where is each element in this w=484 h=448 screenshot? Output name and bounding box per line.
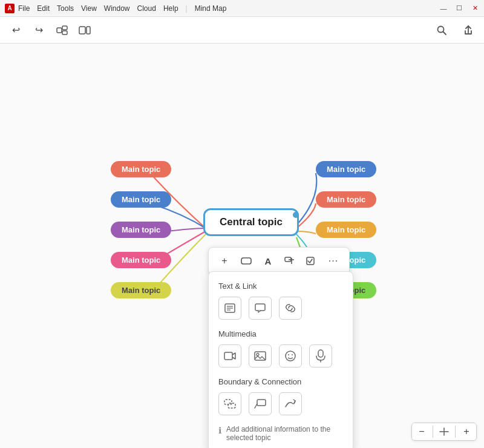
boundary-icon: [223, 398, 237, 409]
svg-rect-0: [57, 28, 62, 33]
central-topic[interactable]: Central topic: [203, 208, 299, 236]
callout-icon: [253, 398, 267, 409]
main-topic-left-3[interactable]: Main topic: [111, 222, 171, 238]
audio-icon: [315, 349, 326, 363]
search-icon: [436, 25, 447, 36]
fit1-button[interactable]: [53, 22, 70, 39]
section-text-link-title: Text & Link: [218, 282, 343, 291]
emoji-icon: [284, 350, 296, 362]
canvas-area: Main topic Main topic Main topic Main to…: [0, 44, 484, 448]
undo-button[interactable]: ↩: [7, 22, 24, 39]
connection-icon: [284, 398, 297, 409]
dropdown-info: ℹ Add additional information to the sele…: [218, 425, 343, 442]
info-icon: ℹ: [218, 426, 221, 435]
svg-point-21: [286, 351, 295, 361]
title-bar: A File Edit Tools View Window Cloud Help…: [0, 0, 484, 17]
svg-rect-26: [224, 400, 232, 404]
popup-shape-button[interactable]: [237, 251, 256, 271]
callout-button[interactable]: [249, 392, 272, 415]
maximize-button[interactable]: ☐: [455, 4, 463, 13]
search-button[interactable]: [433, 22, 450, 39]
menu-edit[interactable]: Edit: [37, 4, 50, 13]
link-button[interactable]: [279, 297, 302, 320]
svg-rect-2: [62, 31, 67, 35]
comment-icon: [254, 303, 266, 314]
zoom-separator: [433, 426, 433, 438]
svg-rect-28: [257, 400, 266, 406]
svg-point-20: [257, 354, 259, 356]
svg-rect-4: [87, 27, 90, 34]
share-button[interactable]: [460, 22, 477, 39]
menu-bar: File Edit Tools View Window Cloud Help |…: [18, 4, 226, 13]
main-topic-right-3[interactable]: Main topic: [316, 222, 376, 238]
menu-separator: |: [186, 4, 188, 13]
connection-button[interactable]: [279, 392, 302, 415]
title-bar-right: — ☐ ✕: [439, 4, 479, 13]
comment-button[interactable]: [249, 297, 272, 320]
svg-rect-24: [318, 350, 323, 357]
svg-rect-1: [62, 26, 67, 30]
redo-button[interactable]: ↪: [30, 22, 47, 39]
info-text: Add additional information to the select…: [226, 425, 343, 442]
popup-more-button[interactable]: ···: [324, 251, 343, 271]
popup-check-button[interactable]: [302, 251, 321, 271]
share-icon: [463, 25, 474, 36]
popup-text-button[interactable]: A: [258, 251, 278, 271]
section-multimedia-title: Multimedia: [218, 329, 343, 338]
menu-help[interactable]: Help: [163, 4, 178, 13]
menu-cloud[interactable]: Cloud: [137, 4, 156, 13]
svg-point-23: [292, 354, 293, 355]
zoom-controls: − +: [411, 423, 477, 441]
main-topic-left-2[interactable]: Main topic: [111, 191, 171, 208]
boundary-icons-row: [218, 392, 343, 415]
minimize-button[interactable]: —: [439, 4, 448, 13]
close-button[interactable]: ✕: [471, 4, 479, 13]
menu-window[interactable]: Window: [104, 4, 130, 13]
svg-rect-18: [224, 352, 232, 360]
subtopic-icon: [284, 257, 295, 265]
multimedia-icons-row: [218, 344, 343, 367]
fit1-icon: [56, 25, 68, 35]
menu-file[interactable]: File: [18, 4, 30, 13]
text-note-icon: [224, 303, 236, 314]
main-topic-left-1[interactable]: Main topic: [111, 161, 171, 177]
video-button[interactable]: [218, 344, 241, 367]
menu-tools[interactable]: Tools: [57, 4, 74, 13]
video-icon: [223, 351, 237, 361]
link-icon: [284, 303, 297, 314]
fit2-button[interactable]: [76, 22, 93, 39]
svg-rect-17: [255, 304, 265, 311]
svg-rect-8: [241, 258, 251, 264]
boundary-button[interactable]: [218, 392, 241, 415]
svg-point-34: [443, 431, 445, 433]
main-topic-left-5[interactable]: Main topic: [111, 282, 171, 298]
emoji-button[interactable]: [279, 344, 302, 367]
zoom-in-button[interactable]: +: [457, 423, 476, 440]
image-button[interactable]: [249, 344, 272, 367]
app-logo: A: [5, 4, 15, 13]
main-toolbar: ↩ ↪: [0, 17, 484, 44]
zoom-fit-button[interactable]: [434, 423, 454, 440]
app-name: Mind Map: [195, 4, 227, 13]
toolbar-right: [433, 22, 477, 39]
main-topic-left-4[interactable]: Main topic: [111, 252, 171, 268]
popup-subtopic-button[interactable]: [280, 251, 299, 271]
main-topic-right-1[interactable]: Main topic: [316, 161, 376, 177]
zoom-separator-2: [455, 426, 456, 438]
svg-point-22: [288, 354, 289, 355]
popup-add-button[interactable]: +: [215, 251, 234, 271]
zoom-out-button[interactable]: −: [412, 423, 431, 440]
main-topic-right-2[interactable]: Main topic: [316, 191, 376, 208]
svg-line-6: [443, 31, 446, 35]
image-icon: [253, 351, 267, 361]
shape-icon: [241, 257, 252, 265]
handle-dot[interactable]: [293, 212, 299, 218]
title-bar-left: A File Edit Tools View Window Cloud Help…: [5, 4, 226, 13]
section-boundary-title: Boundary & Connection: [218, 377, 343, 386]
audio-button[interactable]: [309, 344, 332, 367]
dropdown-panel: Text & Link: [208, 271, 353, 448]
check-icon: [306, 257, 317, 265]
text-note-button[interactable]: [218, 297, 241, 320]
menu-view[interactable]: View: [81, 4, 97, 13]
toolbar-left: ↩ ↪: [7, 22, 93, 39]
